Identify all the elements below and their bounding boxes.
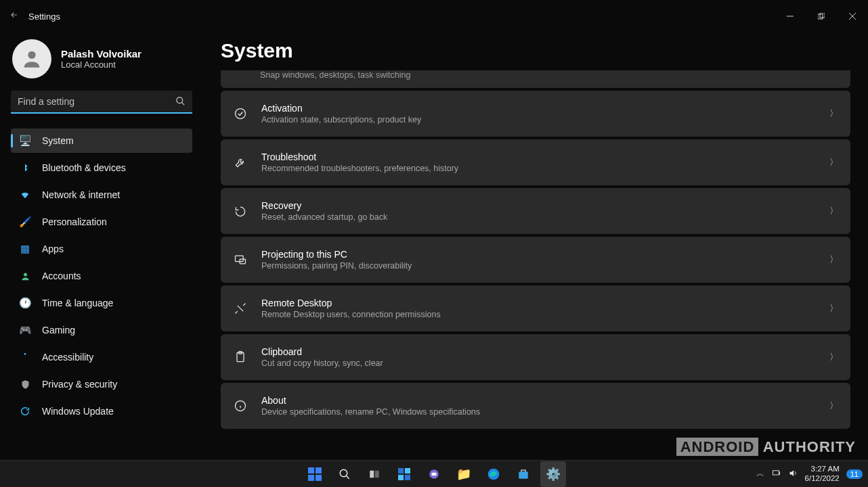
nav-privacy[interactable]: Privacy & security	[11, 372, 192, 396]
taskbar-settings[interactable]: ⚙️	[540, 461, 566, 487]
user-profile[interactable]: Palash Volvoikar Local Account	[11, 39, 192, 78]
update-icon	[19, 405, 31, 417]
taskbar-edge[interactable]	[481, 461, 506, 487]
taskbar-datetime[interactable]: 3:27 AM 6/12/2022	[805, 465, 840, 484]
user-account-type: Local Account	[61, 60, 142, 70]
setting-about[interactable]: About Device specifications, rename PC, …	[221, 383, 850, 429]
setting-activation[interactable]: Activation Activation state, subscriptio…	[221, 91, 850, 137]
nav-network[interactable]: Network & internet	[11, 183, 192, 207]
nav-apps[interactable]: ▦ Apps	[11, 237, 192, 261]
taskbar-center: 📁 ⚙️	[302, 461, 566, 487]
svg-rect-25	[375, 470, 379, 478]
close-button[interactable]	[837, 5, 868, 27]
setting-troubleshoot[interactable]: Troubleshoot Recommended troubleshooters…	[221, 139, 850, 185]
svg-rect-26	[398, 468, 404, 473]
nav-label: Accounts	[42, 271, 81, 281]
nav-system[interactable]: 🖥️ System	[11, 129, 192, 153]
setting-projecting[interactable]: Projecting to this PC Permissions, pairi…	[221, 237, 850, 283]
shield-icon	[19, 378, 31, 390]
setting-clipboard[interactable]: Clipboard Cut and copy history, sync, cl…	[221, 334, 850, 380]
setting-sub: Permissions, pairing PIN, discoverabilit…	[261, 261, 816, 271]
setting-sub: Remote Desktop users, connection permiss…	[261, 310, 816, 319]
svg-rect-27	[405, 468, 410, 473]
nav-label: Windows Update	[42, 406, 114, 417]
taskbar-explorer[interactable]: 📁	[451, 461, 477, 487]
svg-rect-20	[308, 475, 314, 481]
chevron-right-icon: 〉	[829, 156, 838, 168]
svg-point-9	[24, 353, 26, 355]
nav-accessibility[interactable]: Accessibility	[11, 345, 192, 369]
setting-title: About	[261, 395, 816, 406]
projecting-icon	[233, 253, 248, 266]
svg-rect-18	[308, 467, 314, 473]
taskbar-task-view[interactable]	[362, 461, 387, 487]
nav-label: Personalization	[42, 216, 107, 227]
gamepad-icon: 🎮	[19, 324, 31, 336]
display-icon: 🖥️	[19, 135, 31, 147]
taskbar-time: 3:27 AM	[805, 465, 840, 474]
chevron-right-icon: 〉	[829, 351, 838, 363]
chevron-right-icon: 〉	[829, 205, 838, 217]
brush-icon: 🖌️	[19, 216, 31, 228]
titlebar: Settings	[0, 0, 868, 32]
svg-point-6	[177, 97, 183, 103]
tray-volume-icon[interactable]	[788, 468, 798, 480]
nav: 🖥️ System Bluetooth & devices Network & …	[11, 129, 192, 423]
tray-chevron-icon[interactable]: ︿	[756, 468, 764, 480]
apps-icon: ▦	[19, 243, 31, 255]
start-button[interactable]	[302, 461, 328, 487]
avatar	[12, 39, 51, 78]
watermark-b: AUTHORITY	[763, 438, 856, 455]
search-input[interactable]	[11, 91, 192, 114]
wrench-icon	[233, 156, 248, 169]
chevron-right-icon: 〉	[829, 254, 838, 266]
wifi-icon	[19, 189, 31, 201]
search-icon	[175, 96, 186, 109]
svg-line-7	[181, 102, 184, 105]
info-icon	[233, 399, 248, 413]
taskbar-widgets[interactable]	[391, 461, 417, 487]
maximize-button[interactable]	[806, 5, 837, 27]
nav-personalization[interactable]: 🖌️ Personalization	[11, 210, 192, 234]
setting-remote-desktop[interactable]: Remote Desktop Remote Desktop users, con…	[221, 285, 850, 331]
setting-sub: Device specifications, rename PC, Window…	[261, 407, 816, 417]
svg-rect-19	[316, 467, 322, 473]
svg-rect-34	[773, 470, 779, 474]
search-wrap	[11, 91, 192, 114]
setting-sub: Cut and copy history, sync, clear	[261, 358, 816, 368]
svg-point-8	[24, 273, 27, 276]
setting-title: Projecting to this PC	[261, 249, 816, 260]
sidebar: Palash Volvoikar Local Account 🖥️ System…	[0, 32, 203, 460]
minimize-button[interactable]	[775, 5, 806, 27]
window-controls	[775, 5, 868, 27]
back-button[interactable]	[9, 10, 28, 22]
clipboard-icon	[233, 350, 248, 364]
taskbar-chat[interactable]	[421, 461, 447, 487]
activation-icon	[233, 107, 248, 120]
recovery-icon	[233, 204, 248, 218]
settings-list: Snap windows, desktops, task switching A…	[221, 70, 850, 429]
tray-network-icon[interactable]	[771, 468, 781, 480]
setting-recovery[interactable]: Recovery Reset, advanced startup, go bac…	[221, 188, 850, 234]
setting-title: Clipboard	[261, 346, 816, 357]
svg-rect-21	[316, 475, 322, 481]
nav-accounts[interactable]: Accounts	[11, 264, 192, 288]
nav-label: Bluetooth & devices	[42, 162, 126, 173]
clock-icon: 🕐	[19, 297, 31, 309]
content-area: Palash Volvoikar Local Account 🖥️ System…	[0, 32, 868, 460]
svg-rect-28	[398, 474, 404, 480]
nav-label: Time & language	[42, 298, 113, 308]
nav-gaming[interactable]: 🎮 Gaming	[11, 318, 192, 342]
setting-title: Troubleshoot	[261, 152, 816, 162]
nav-windows-update[interactable]: Windows Update	[11, 399, 192, 423]
nav-time-language[interactable]: 🕐 Time & language	[11, 291, 192, 315]
setting-multitasking-cut[interactable]: Snap windows, desktops, task switching	[221, 70, 850, 88]
taskbar-date: 6/12/2022	[805, 474, 840, 484]
nav-label: Network & internet	[42, 189, 120, 200]
svg-point-10	[236, 109, 246, 119]
svg-point-5	[28, 51, 35, 59]
taskbar-store[interactable]	[511, 461, 536, 487]
taskbar-search[interactable]	[332, 461, 357, 487]
notification-badge[interactable]: 11	[846, 469, 863, 479]
nav-bluetooth[interactable]: Bluetooth & devices	[11, 156, 192, 180]
